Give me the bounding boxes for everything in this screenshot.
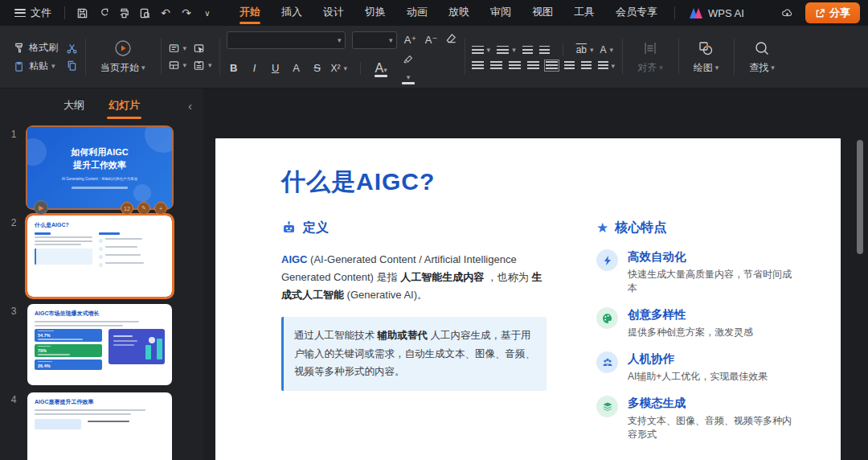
undo-icon: ↶ xyxy=(161,6,170,19)
play-slide-button[interactable]: ▶ xyxy=(34,200,48,215)
strikethrough-button[interactable]: S xyxy=(310,62,325,74)
draw-label: 绘图 xyxy=(694,61,713,75)
line-spacing-button[interactable]: ▾ xyxy=(598,61,616,70)
start-from-page-button[interactable]: 当页开始▾ xyxy=(92,39,154,75)
slide-checklist-button[interactable]: ▾ xyxy=(193,60,212,72)
tab-animation[interactable]: 动画 xyxy=(396,0,438,26)
tab-insert[interactable]: 插入 xyxy=(271,0,313,26)
superscript-button[interactable]: X²▾ xyxy=(331,63,348,74)
tab-tools[interactable]: 工具 xyxy=(563,0,605,26)
bullets-button[interactable]: ▾ xyxy=(472,46,491,55)
italic-button[interactable]: I xyxy=(248,62,262,74)
shapes-icon xyxy=(697,39,714,57)
features-section: ★ 核心特点 高效自动化 快速生成大量高质量内容，节省时间成本 xyxy=(596,220,796,442)
vertical-text-button[interactable]: A▾ xyxy=(600,44,614,55)
paste-button[interactable]: 粘贴 ▾ xyxy=(14,60,58,73)
decrease-indent-icon[interactable] xyxy=(522,46,533,55)
superscript-glyph: X² xyxy=(331,63,341,74)
highlight-color-button[interactable]: ▾ xyxy=(401,54,416,83)
thumbnail-row-2: 2 什么是AIGC? xyxy=(0,216,203,297)
align-right-icon[interactable] xyxy=(509,61,521,70)
dropdown-icon: ▾ xyxy=(659,64,663,72)
add-slide-button[interactable]: + xyxy=(154,202,167,215)
dropdown-icon: ▾ xyxy=(208,61,212,69)
titlebar-right: 分享 xyxy=(776,2,860,23)
lightning-icon xyxy=(596,249,618,271)
ribbon-tabs: 开始 插入 设计 切换 动画 放映 审阅 视图 工具 会员专享 xyxy=(229,0,668,26)
increase-font-button[interactable]: A⁺ xyxy=(403,34,418,46)
select-slide-button[interactable] xyxy=(193,43,205,55)
font-name-select[interactable]: ▾ xyxy=(227,31,346,49)
bold-button[interactable]: B xyxy=(227,62,241,74)
character-spacing-button[interactable]: A xyxy=(289,62,304,74)
slide-canvas[interactable]: 什么是AIGC? 定义 AIGC (AI-Generated Content /… xyxy=(203,88,868,460)
collapse-panel-icon[interactable]: ‹ xyxy=(188,99,192,113)
palette-icon xyxy=(596,307,618,329)
slide-thumbnail-2[interactable]: 什么是AIGC? xyxy=(27,216,172,297)
decrease-font-button[interactable]: A⁻ xyxy=(424,34,439,46)
distribute-text-icon[interactable] xyxy=(546,61,558,70)
font-size-select[interactable]: ▾ xyxy=(352,31,397,49)
row-spacing-icon[interactable] xyxy=(581,61,592,70)
align-objects-button[interactable]: 对齐▾ xyxy=(629,39,671,75)
tab-review[interactable]: 审阅 xyxy=(480,0,522,26)
current-slide[interactable]: 什么是AIGC? 定义 AIGC (AI-Generated Content /… xyxy=(215,138,841,460)
search-icon xyxy=(753,39,771,57)
tab-home[interactable]: 开始 xyxy=(229,0,271,26)
copy-button[interactable] xyxy=(66,60,78,72)
cut-button[interactable] xyxy=(66,43,78,55)
redo-button[interactable]: ↷ xyxy=(176,3,197,23)
vertical-scrollbar[interactable] xyxy=(857,140,863,254)
column-spacing-icon[interactable] xyxy=(564,61,575,70)
layers-icon xyxy=(596,396,618,417)
save-button[interactable] xyxy=(72,3,92,23)
play-icon: ▶ xyxy=(39,204,43,212)
tab-outline[interactable]: 大纲 xyxy=(62,95,86,116)
slide-number: 4 xyxy=(0,392,27,460)
tab-transition[interactable]: 切换 xyxy=(354,0,396,26)
increase-indent-icon[interactable] xyxy=(539,46,550,55)
undo-button[interactable]: ↶ xyxy=(155,3,176,23)
tab-membership[interactable]: 会员专享 xyxy=(605,0,668,26)
text-direction-button[interactable]: ab▾ xyxy=(576,44,594,55)
tab-view[interactable]: 视图 xyxy=(522,0,563,26)
align-center-icon[interactable] xyxy=(490,61,502,70)
clear-format-button[interactable] xyxy=(445,32,457,47)
wps-ai-button[interactable]: WPS AI xyxy=(690,7,744,19)
tab-slideshow[interactable]: 放映 xyxy=(438,0,480,26)
slide-thumbnail-1[interactable]: 如何利用AIGC提升工作效率 AI Generating Content：智能时… xyxy=(27,127,172,208)
share-button[interactable]: 分享 xyxy=(805,2,860,23)
numbering-button[interactable]: ▾ xyxy=(497,46,516,55)
ribbon-toolbar: 格式刷 粘贴 ▾ 当页开始▾ xyxy=(0,26,868,88)
find-button[interactable]: 查找▾ xyxy=(741,39,783,75)
cloud-sync-button[interactable] xyxy=(776,3,797,23)
stat-value: 26.4% xyxy=(38,363,99,368)
new-slide-icon xyxy=(168,43,180,55)
save-icon xyxy=(76,7,88,19)
find-replace-button[interactable] xyxy=(134,3,155,23)
tab-design[interactable]: 设计 xyxy=(313,0,354,26)
layout-button[interactable]: ▾ xyxy=(168,60,187,72)
definition-text: (Generative AI)。 xyxy=(344,289,428,301)
format-painter-button[interactable]: 格式刷 xyxy=(14,41,58,55)
draw-group: 绘图▾ xyxy=(678,31,735,83)
definition-bold-1: 人工智能生成内容 xyxy=(400,271,484,283)
print-button[interactable] xyxy=(113,3,134,23)
align-left-icon[interactable] xyxy=(472,61,484,70)
tab-slides[interactable]: 幻灯片 xyxy=(107,95,141,116)
font-color-button[interactable]: A▾ xyxy=(374,61,388,76)
export-button[interactable] xyxy=(92,3,113,23)
draw-button[interactable]: 绘图▾ xyxy=(686,39,727,75)
file-menu-button[interactable]: 文件 xyxy=(8,2,58,23)
underline-button[interactable]: U xyxy=(268,62,283,74)
justify-icon[interactable] xyxy=(527,61,539,70)
edit-pen-button[interactable]: ✎ xyxy=(137,202,150,215)
slides-panel: 大纲 幻灯片 ‹ 1 如何利用AIGC提升工作效率 AI Generating … xyxy=(0,88,203,460)
new-slide-button[interactable]: ▾ xyxy=(168,43,187,55)
numbering-icon xyxy=(497,46,509,55)
slide-thumbnail-3[interactable]: AIGC市场呈现爆发式增长 54.7% 79% 26.4% xyxy=(27,304,172,385)
quick-access-expand-button[interactable]: ∨ xyxy=(197,3,218,23)
thumb2-title: 什么是AIGC? xyxy=(35,221,165,229)
timer-badge-button[interactable]: 12 xyxy=(121,202,133,215)
slide-thumbnail-4[interactable]: AIGC显著提升工作效率 xyxy=(27,392,172,460)
